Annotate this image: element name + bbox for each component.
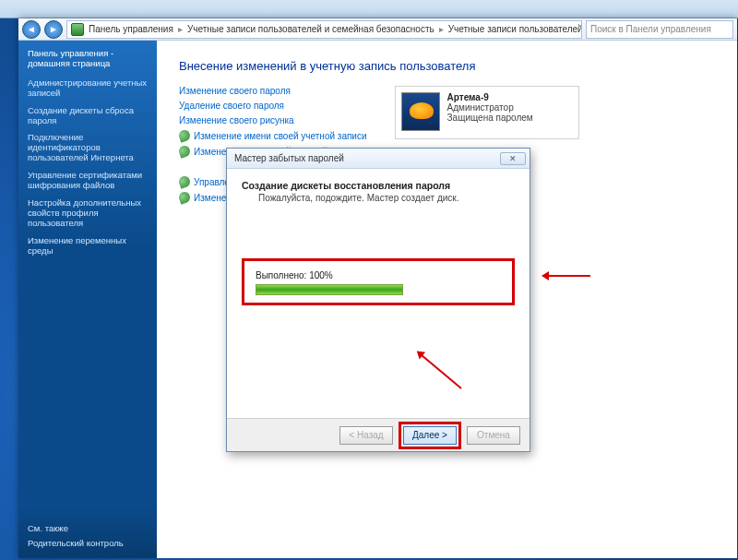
- wizard-title: Мастер забытых паролей: [234, 153, 344, 163]
- sidebar-home-link[interactable]: Панель управления - домашняя страница: [28, 48, 148, 69]
- cancel-button[interactable]: Отмена: [467, 426, 520, 445]
- shield-icon: [177, 174, 191, 188]
- breadcrumb-mid[interactable]: Учетные записи пользователей и семейная …: [184, 24, 437, 34]
- account-role: Администратор: [447, 102, 533, 113]
- wizard-heading: Создание дискеты восстановления пароля: [242, 180, 515, 191]
- search-placeholder: Поиск в Панели управления: [590, 24, 711, 34]
- avatar: [401, 92, 440, 131]
- wizard-body: Создание дискеты восстановления пароля П…: [227, 169, 530, 418]
- account-protected: Защищена паролем: [447, 113, 533, 123]
- back-button[interactable]: < Назад: [339, 426, 393, 445]
- nav-back-button[interactable]: ◄: [22, 20, 41, 39]
- sidebar-link[interactable]: Управление сертификатами шифрования файл…: [28, 171, 148, 191]
- breadcrumb-leaf[interactable]: Учетные записи пользователей: [446, 24, 582, 34]
- control-panel-icon: [71, 23, 84, 36]
- word-titlebar: [0, 0, 738, 18]
- see-also-label: См. также: [28, 523, 148, 533]
- page-title: Внесение изменений в учетную запись поль…: [179, 59, 715, 73]
- password-wizard-dialog: Мастер забытых паролей ✕ Создание дискет…: [226, 148, 530, 452]
- account-tile: Артема-9 Администратор Защищена паролем: [395, 86, 579, 139]
- sidebar-link[interactable]: Подключение идентификаторов пользователе…: [28, 133, 148, 163]
- shield-icon: [177, 144, 191, 158]
- action-link[interactable]: Изменение имени своей учетной записи: [179, 130, 367, 141]
- sidebar: Панель управления - домашняя страница Ад…: [18, 41, 157, 558]
- account-name: Артема-9: [447, 92, 533, 102]
- wizard-titlebar[interactable]: Мастер забытых паролей ✕: [227, 149, 530, 169]
- search-input[interactable]: Поиск в Панели управления: [586, 20, 733, 39]
- nav-forward-button[interactable]: ►: [44, 20, 63, 39]
- close-button[interactable]: ✕: [500, 152, 526, 165]
- close-icon: ✕: [509, 154, 517, 163]
- action-link[interactable]: Изменение своего пароля: [179, 86, 367, 96]
- sidebar-link[interactable]: Администрирование учетных записей: [28, 78, 148, 99]
- sidebar-link[interactable]: Настройка дополнительных свойств профиля…: [28, 198, 148, 229]
- sidebar-parental-link[interactable]: Родительский контроль: [28, 539, 148, 549]
- breadcrumb-root[interactable]: Панель управления: [86, 24, 176, 34]
- progress-bar: [256, 284, 403, 295]
- sidebar-link[interactable]: Создание дискеты сброса пароля: [28, 106, 148, 126]
- address-bar: ◄ ► Панель управления ▸ Учетные записи п…: [18, 18, 737, 41]
- chevron-right-icon: ▸: [439, 24, 444, 34]
- next-button[interactable]: Далее >: [403, 426, 457, 445]
- next-highlight: Далее >: [399, 422, 461, 449]
- chevron-right-icon: ▸: [178, 24, 183, 34]
- action-link[interactable]: Изменение своего рисунка: [179, 115, 367, 125]
- wizard-footer: < Назад Далее > Отмена: [227, 418, 530, 451]
- annotation-arrow: [544, 275, 590, 277]
- wizard-subtitle: Пожалуйста, подождите. Мастер создает ди…: [258, 193, 515, 203]
- shield-icon: [177, 190, 191, 204]
- sidebar-link[interactable]: Изменение переменных среды: [28, 236, 148, 256]
- progress-fill: [256, 285, 402, 294]
- action-link[interactable]: Удаление своего пароля: [179, 101, 367, 111]
- progress-label: Выполнено: 100%: [256, 270, 501, 280]
- breadcrumb[interactable]: Панель управления ▸ Учетные записи польз…: [66, 20, 582, 39]
- shield-icon: [177, 128, 191, 142]
- progress-highlight: Выполнено: 100%: [242, 258, 515, 305]
